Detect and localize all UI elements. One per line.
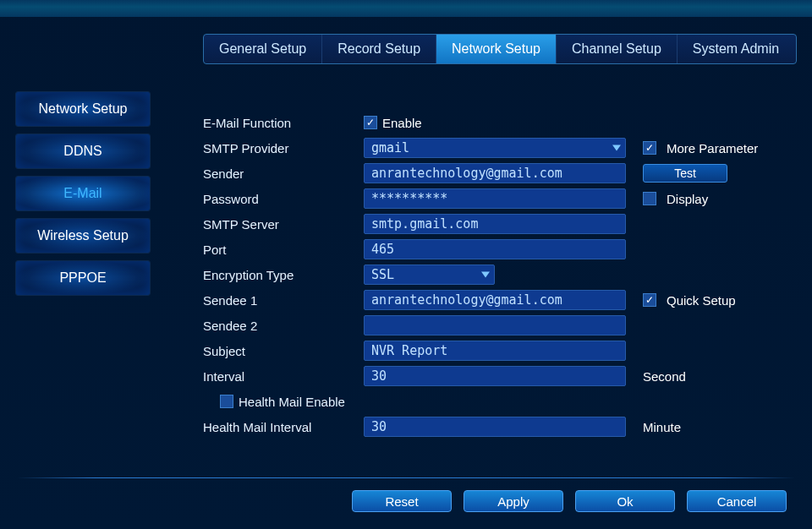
sidebar-item-email[interactable]: E-Mail [15, 176, 151, 211]
input-health-mail-interval[interactable]: 30 [364, 417, 626, 437]
label-quick-setup: Quick Setup [667, 293, 736, 308]
bottom-button-row: Reset Apply Ok Cancel [352, 490, 787, 512]
checkbox-quick-setup[interactable] [643, 293, 656, 307]
ok-button[interactable]: Ok [575, 490, 675, 512]
input-password[interactable]: ********** [364, 188, 626, 209]
label-sender: Sender [203, 166, 364, 181]
sidebar-item-pppoe[interactable]: PPPOE [15, 260, 151, 296]
select-smtp-provider[interactable]: gmail [364, 138, 626, 158]
label-health-mail-enable: Health Mail Enable [239, 395, 345, 409]
label-email-function: E-Mail Function [203, 116, 364, 130]
label-password: Password [203, 192, 364, 206]
label-encryption-type: Encryption Type [203, 268, 364, 282]
separator [17, 477, 795, 478]
label-more-parameter: More Parameter [667, 141, 758, 155]
input-sendee-2[interactable] [364, 315, 626, 335]
test-button[interactable]: Test [643, 164, 727, 183]
tab-record-setup[interactable]: Record Setup [322, 35, 436, 63]
tab-system-admin[interactable]: System Admin [678, 35, 794, 63]
sidebar-item-ddns[interactable]: DDNS [15, 134, 151, 169]
label-smtp-provider: SMTP Provider [203, 141, 364, 155]
enable-label: Enable [382, 116, 422, 130]
label-interval-unit: Second [643, 369, 686, 384]
label-display: Display [667, 192, 708, 206]
sidebar-item-wireless-setup[interactable]: Wireless Setup [15, 218, 151, 254]
checkbox-health-mail-enable[interactable] [220, 395, 233, 408]
label-sendee-1: Sendee 1 [203, 293, 364, 308]
label-smtp-server: SMTP Server [203, 217, 364, 232]
select-encryption-type-value: SSL [371, 267, 394, 282]
select-smtp-provider-value: gmail [371, 140, 409, 155]
input-smtp-server[interactable]: smtp.gmail.com [364, 214, 626, 234]
label-interval: Interval [203, 369, 364, 384]
label-sendee-2: Sendee 2 [203, 319, 364, 333]
apply-button[interactable]: Apply [464, 490, 563, 512]
cancel-button[interactable]: Cancel [687, 490, 787, 512]
input-sendee-1[interactable]: anrantechnology@gmail.com [364, 290, 626, 310]
tab-channel-setup[interactable]: Channel Setup [557, 35, 678, 63]
checkbox-more-parameter[interactable] [643, 141, 656, 155]
checkbox-enable[interactable] [364, 116, 377, 129]
label-health-mail-interval: Health Mail Interval [203, 420, 364, 434]
label-port: Port [203, 243, 364, 257]
label-subject: Subject [203, 344, 364, 358]
top-decoration [0, 0, 812, 17]
chevron-down-icon [612, 145, 621, 151]
input-sender[interactable]: anrantechnology@gmail.com [364, 163, 626, 183]
email-form: E-Mail Function Enable SMTP Provider gma… [203, 110, 795, 439]
input-subject[interactable]: NVR Report [364, 341, 626, 361]
reset-button[interactable]: Reset [352, 490, 452, 512]
tab-network-setup[interactable]: Network Setup [436, 35, 557, 63]
select-encryption-type[interactable]: SSL [364, 264, 495, 285]
checkbox-display[interactable] [643, 192, 656, 205]
input-port[interactable]: 465 [364, 239, 626, 259]
input-interval[interactable]: 30 [364, 366, 626, 386]
label-health-interval-unit: Minute [643, 420, 681, 434]
top-tabs: General Setup Record Setup Network Setup… [203, 34, 797, 64]
sidebar-item-network-setup[interactable]: Network Setup [15, 91, 151, 127]
tab-general-setup[interactable]: General Setup [204, 35, 322, 63]
chevron-down-icon [481, 272, 490, 278]
sidebar: Network Setup DDNS E-Mail Wireless Setup… [15, 91, 151, 296]
